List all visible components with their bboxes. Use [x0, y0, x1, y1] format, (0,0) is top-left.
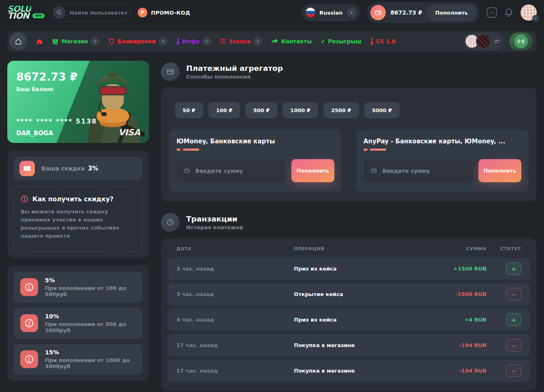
user-menu[interactable]: ▾ — [521, 4, 537, 21]
balance-card: 8672.73 ₽ Ваш баланс **** **** **** 5138… — [7, 61, 149, 143]
table-row: 3 час. назад Открытие кейса -1500 RUB – — [168, 283, 530, 305]
aggregator-header: Платежный агрегатор Способы пополнения — [161, 62, 537, 81]
status-badge: – — [506, 339, 521, 352]
column-date: ДАТА — [176, 246, 294, 251]
table-row: 4 час. назад Приз из кейса +4 RUB + — [168, 309, 530, 331]
chevron-down-icon: ▾ — [253, 37, 262, 46]
pay-button[interactable]: Пополнить — [478, 159, 521, 182]
nav-contacts[interactable]: Контакты — [271, 38, 312, 45]
column-operation: ОПЕРАЦИЯ — [294, 246, 410, 251]
info-icon — [370, 38, 373, 45]
table-header: ДАТА ОПЕРАЦИЯ СУММА СТАТУС — [168, 246, 530, 258]
tier-percent: 15% — [45, 349, 136, 356]
amount-chip[interactable]: 2500 ₽ — [323, 102, 359, 118]
nav-label: Розыгрыш — [328, 38, 361, 45]
nav-giveaway[interactable]: ✔ Розыгрыш — [321, 38, 361, 45]
nav-label: Заявки — [229, 38, 251, 45]
nav-label: Контакты — [281, 38, 312, 45]
amount-input[interactable] — [382, 168, 466, 174]
notifications-button[interactable] — [504, 8, 513, 17]
status-badge: + — [506, 262, 521, 275]
nav-label: CS 1.6 — [376, 38, 396, 45]
wallet-icon — [370, 5, 386, 20]
wallet-badge-icon — [161, 62, 180, 81]
chevron-down-icon: ▾ — [347, 8, 357, 17]
ticket-icon — [19, 161, 35, 176]
tier-percent: 5% — [45, 277, 136, 283]
nav-label: Магазин — [62, 38, 88, 45]
pay-button[interactable]: Пополнить — [291, 159, 334, 182]
discount-value: 3% — [88, 165, 98, 172]
how-text: Вы можете получить скидку принимая участ… — [21, 208, 136, 241]
amount-chip[interactable]: 1000 ₽ — [283, 102, 318, 118]
alert-octagon-icon — [20, 278, 38, 296]
wallet-balance: 8672.73 ₽ Пополнить — [367, 2, 479, 23]
alert-octagon-icon — [20, 350, 38, 368]
amount-field[interactable] — [176, 159, 286, 182]
topup-button[interactable]: Пополнить — [427, 5, 476, 20]
promo-code-button[interactable]: P ПРОМО-КОД — [138, 8, 190, 17]
visa-logo: VISA — [119, 128, 140, 137]
nav-bans[interactable]: Блокировки ▾ — [108, 37, 167, 46]
amount-field[interactable] — [363, 159, 473, 182]
column-status: СТАТУС — [487, 246, 521, 251]
tier-row: 15% При пополнении от 1000 до 3000руб — [14, 344, 142, 375]
nav-requests[interactable]: Заявки ▾ — [220, 37, 263, 46]
balance-amount: 8672.73 ₽ — [391, 9, 422, 16]
bell-icon — [504, 8, 513, 17]
nav-label: Блокировки — [117, 38, 155, 45]
your-discount: Ваша скидка 3% — [14, 157, 142, 180]
tier-condition: При пополнении от 500 до 1000руб — [45, 321, 136, 333]
history-badge-icon — [161, 213, 180, 232]
tier-condition: При пополнении от 1000 до 3000руб — [45, 357, 136, 369]
logo-line2: TION — [7, 13, 31, 19]
site-logo[interactable]: SOLU TION NEW — [7, 6, 42, 19]
info-circle-icon — [21, 195, 28, 203]
status-badge: + — [506, 313, 521, 326]
card-balance-amount: 8672.73 ₽ — [16, 70, 77, 83]
amount-input[interactable] — [196, 168, 279, 174]
amount-chip[interactable]: 100 ₽ — [208, 102, 240, 118]
alert-octagon-icon — [20, 314, 38, 332]
nav-cs16[interactable]: CS 1.6 — [370, 38, 396, 45]
nav-label: Инфо — [182, 38, 200, 45]
nav-shop[interactable]: Магазин ▾ — [52, 37, 100, 46]
shop-icon — [52, 38, 59, 45]
home-icon — [36, 38, 43, 45]
live-status-button[interactable] — [509, 32, 533, 50]
table-row: 17 час. назад Покупка в магазине -194 RU… — [168, 334, 530, 356]
accent-underline — [176, 149, 334, 151]
friend-avatar — [476, 34, 491, 49]
check-icon: ✔ — [321, 38, 325, 45]
payment-method-anypay: AnyPay - Банковские карты, ЮMoney, ... П… — [356, 130, 529, 192]
shield-icon — [108, 38, 115, 45]
broadcast-icon — [514, 34, 528, 48]
amount-chip[interactable]: 50 ₽ — [175, 102, 203, 118]
amount-chip[interactable]: 500 ₽ — [245, 102, 277, 118]
nav-home[interactable] — [36, 38, 43, 45]
top-bar: SOLU TION NEW P ПРОМО-КОД Russian ▾ 8672… — [0, 0, 544, 25]
language-selector[interactable]: Russian ▾ — [302, 4, 359, 21]
accent-underline — [363, 149, 521, 151]
chevron-down-icon: ▾ — [532, 15, 539, 21]
tier-row: 10% При пополнении от 500 до 1000руб — [14, 308, 142, 339]
main-navigation: Магазин ▾ Блокировки ▾ Инфо ▾ Заявки ▾ К… — [7, 31, 537, 52]
payment-method-yoomoney: ЮMoney, Банковские карты Пополнить — [169, 130, 342, 192]
promo-icon: P — [138, 8, 147, 17]
amount-chip[interactable]: 5000 ₽ — [364, 102, 400, 118]
chat-button[interactable] — [487, 7, 497, 18]
nav-info[interactable]: Инфо ▾ — [176, 37, 211, 46]
search-input[interactable] — [70, 10, 127, 16]
section-subtitle: История платежей — [186, 224, 243, 230]
table-row: 17 час. назад Покупка в магазине -194 RU… — [168, 360, 530, 382]
home-button[interactable] — [9, 32, 27, 50]
status-badge: – — [506, 364, 521, 377]
user-search[interactable] — [49, 4, 130, 21]
online-friends[interactable] — [463, 32, 504, 50]
home-outline-icon — [15, 38, 22, 45]
method-title: AnyPay - Банковские карты, ЮMoney, ... — [363, 138, 521, 145]
column-amount: СУММА — [410, 246, 487, 251]
section-title: Платежный агрегатор — [186, 64, 283, 72]
method-title: ЮMoney, Банковские карты — [176, 138, 334, 145]
chevron-down-icon: ▾ — [159, 37, 168, 46]
